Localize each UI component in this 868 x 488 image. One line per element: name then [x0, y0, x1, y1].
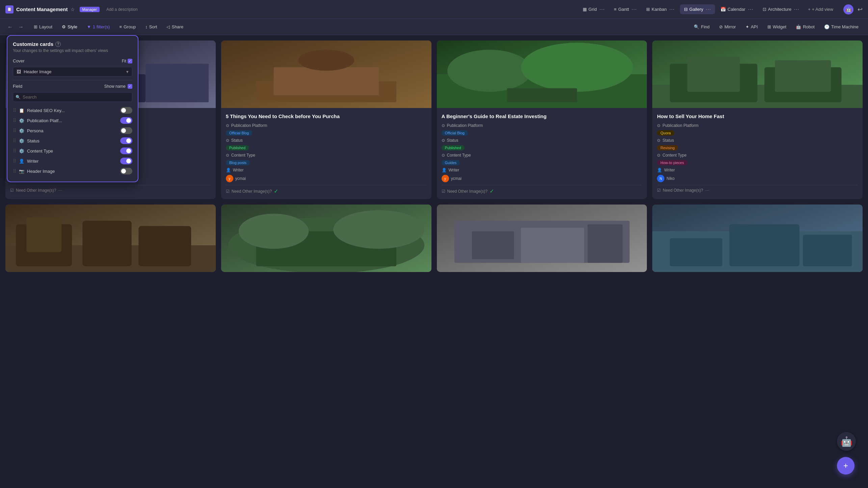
panel-title: Customize cards ? — [13, 41, 132, 47]
calendar-menu-icon[interactable]: ⋯ — [748, 6, 753, 12]
gallery-card-5[interactable] — [5, 205, 216, 272]
header-image-dropdown[interactable]: 🖼 Header Image ▾ — [13, 67, 132, 77]
nav-forward-button[interactable]: → — [16, 23, 26, 31]
card-footer-4: ☑ Need Other Image(s)? — — [657, 185, 858, 193]
field-search-input[interactable] — [13, 92, 132, 102]
check-icon-2: ☑ — [226, 189, 230, 194]
grid-menu-icon[interactable]: ⋯ — [599, 6, 605, 12]
writer-icon-3: 👤 — [442, 168, 447, 172]
drag-handle-content-type[interactable]: ⠿ — [13, 148, 16, 154]
card-title-2: 5 Things You Need to Check before You Pu… — [226, 113, 427, 120]
share-button[interactable]: ◁ Share — [162, 23, 187, 31]
search-icon: 🔍 — [16, 95, 21, 100]
status-icon: ⚙️ — [19, 138, 24, 143]
widget-icon: ⊞ — [767, 24, 771, 29]
nav-back-button[interactable]: ← — [5, 23, 15, 31]
api-icon: ✦ — [745, 24, 749, 29]
gallery-card-3[interactable]: A Beginner's Guide to Real Estate Invest… — [437, 40, 647, 199]
robot-button[interactable]: 🤖 Robot — [792, 23, 819, 31]
blog-tag-badge-3: Official Blog — [442, 130, 468, 136]
field-search-wrapper: 🔍 — [13, 92, 132, 102]
drag-handle-persona[interactable]: ⠿ — [13, 128, 16, 133]
gallery-card-4[interactable]: How to Sell Your Home Fast ⊙ Publication… — [652, 40, 863, 199]
drag-handle-publication[interactable]: ⠿ — [13, 118, 16, 123]
widget-button[interactable]: ⊞ Widget — [763, 23, 790, 31]
content-type-icon-2: ⊙ — [226, 153, 229, 158]
gallery-card-8[interactable] — [652, 205, 863, 272]
field-row-related-seo: ⠿ 📋 Related SEO Key... — [13, 105, 132, 115]
add-view-button[interactable]: + + Add view — [805, 5, 837, 13]
tab-calendar[interactable]: 📅 Calendar ⋯ — [716, 4, 757, 14]
check-value-2: ✓ — [274, 188, 278, 194]
gallery-card-6[interactable] — [221, 205, 431, 272]
platform-icon-2: ⊙ — [226, 123, 229, 128]
user-avatar[interactable]: 🤖 — [843, 4, 853, 15]
notification-icon[interactable]: ↩ — [858, 6, 863, 13]
add-record-fab[interactable]: + — [837, 457, 854, 475]
tab-kanban[interactable]: ⊞ Kanban ⋯ — [642, 4, 679, 14]
persona-toggle[interactable] — [120, 127, 132, 134]
card-image-3 — [437, 40, 647, 108]
header-image-toggle[interactable] — [120, 168, 132, 174]
architecture-icon: ⊡ — [763, 7, 766, 12]
svg-rect-4 — [146, 64, 209, 102]
gallery-menu-icon[interactable]: ⋯ — [706, 6, 711, 12]
tab-gallery[interactable]: ⊟ Gallery ⋯ — [680, 4, 715, 14]
group-button[interactable]: ≡ Group — [115, 23, 140, 31]
star-icon[interactable]: ☆ — [71, 7, 75, 12]
card-image-5 — [5, 205, 216, 272]
sort-button[interactable]: ↕ Sort — [141, 23, 161, 31]
status-badge-4: Revising — [657, 145, 678, 151]
field-row-writer: ⠿ 👤 Writer — [13, 156, 132, 166]
style-button[interactable]: ⚙ Style — [58, 23, 81, 31]
tab-gantt[interactable]: ≡ Gantt ⋯ — [610, 4, 641, 14]
writer-toggle[interactable] — [120, 158, 132, 164]
help-icon[interactable]: ? — [55, 42, 61, 47]
status-toggle[interactable] — [120, 137, 132, 144]
filter-button[interactable]: ▼ 1 filter(s) — [83, 23, 114, 31]
writer-icon-2: 👤 — [226, 168, 231, 172]
svg-rect-14 — [507, 88, 577, 103]
drag-handle-status[interactable]: ⠿ — [13, 138, 16, 143]
svg-rect-35 — [472, 231, 514, 259]
card-image-6 — [221, 205, 431, 272]
add-description[interactable]: Add a description — [106, 7, 138, 12]
time-machine-button[interactable]: 🕐 Time Machine — [820, 23, 863, 31]
related-seo-toggle[interactable] — [120, 107, 132, 114]
fit-checkbox[interactable]: ✓ — [128, 59, 132, 63]
api-button[interactable]: ✦ API — [741, 23, 762, 31]
gallery-card-2[interactable]: 5 Things You Need to Check before You Pu… — [221, 40, 431, 199]
fit-label: Fit — [122, 59, 126, 63]
gantt-menu-icon[interactable]: ⋯ — [631, 6, 637, 12]
svg-rect-41 — [670, 238, 722, 266]
gallery-icon: ⊟ — [684, 7, 688, 12]
gallery-card-7[interactable] — [437, 205, 647, 272]
publication-toggle[interactable] — [120, 117, 132, 124]
field-row-header-image: ⠿ 📷 Header Image — [13, 166, 132, 176]
related-seo-label: Related SEO Key... — [27, 108, 117, 113]
nav-arrows: ← → — [5, 23, 26, 31]
layout-button[interactable]: ⊞ Layout — [30, 23, 56, 31]
content-type-icon: ⚙️ — [19, 148, 24, 154]
robot-avatar[interactable]: 🤖 — [837, 432, 856, 451]
show-name-checkbox[interactable]: ✓ — [128, 84, 132, 89]
tab-architecture[interactable]: ⊡ Architecture ⋯ — [759, 4, 803, 14]
writer-icon: 👤 — [19, 159, 24, 164]
mirror-button[interactable]: ⊘ Mirror — [715, 23, 740, 31]
drag-handle-header-image[interactable]: ⠿ — [13, 168, 16, 174]
fit-toggle[interactable]: Fit ✓ — [122, 59, 132, 63]
publication-icon: ⚙️ — [19, 118, 24, 123]
kanban-menu-icon[interactable]: ⋯ — [669, 6, 675, 12]
tab-grid[interactable]: ▦ Grid ⋯ — [579, 4, 609, 14]
card-image-4 — [652, 40, 863, 108]
drag-handle-related-seo[interactable]: ⠿ — [13, 108, 16, 113]
content-type-toggle[interactable] — [120, 147, 132, 154]
field-header-row: Field Show name ✓ — [13, 84, 132, 89]
blog-tag-badge-2: Official Blog — [226, 130, 253, 136]
gantt-icon: ≡ — [614, 7, 617, 12]
drag-handle-writer[interactable]: ⠿ — [13, 158, 16, 164]
content-type-badge-4: How-to pieces — [657, 160, 687, 165]
architecture-menu-icon[interactable]: ⋯ — [794, 6, 799, 12]
find-button[interactable]: 🔍 Find — [690, 23, 713, 31]
card-title-3: A Beginner's Guide to Real Estate Invest… — [442, 113, 642, 120]
